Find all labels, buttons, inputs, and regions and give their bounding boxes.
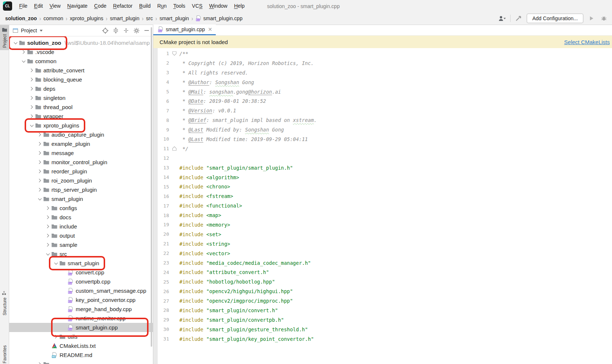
tree-row-custom_smart_message.cpp[interactable]: C++custom_smart_message.cpp (9, 286, 153, 295)
tree-row-blocking_queue[interactable]: blocking_queue (9, 75, 153, 84)
chevron-expanded-icon[interactable] (44, 251, 51, 257)
menu-file[interactable]: File (16, 0, 31, 12)
breadcrumb-item-src[interactable]: src (146, 15, 153, 21)
close-tab-icon[interactable]: ✕ (208, 26, 212, 32)
chevron-expanded-icon[interactable] (36, 196, 43, 202)
tree-row-singleton[interactable]: singleton (9, 93, 153, 102)
tree-row-docs[interactable]: docs (9, 213, 153, 222)
tree-row-key_point_convertor.cpp[interactable]: C++key_point_convertor.cpp (9, 295, 153, 304)
settings-gear-icon[interactable] (133, 28, 140, 34)
chevron-collapsed-icon[interactable] (28, 67, 35, 74)
chevron-collapsed-icon[interactable] (36, 177, 43, 184)
chevron-collapsed-icon[interactable] (28, 86, 35, 92)
chevron-expanded-icon[interactable] (20, 58, 27, 65)
chevron-collapsed-icon[interactable] (44, 242, 51, 248)
tree-row-convertpb.cpp[interactable]: C++convertpb.cpp (9, 277, 153, 286)
editor-tab-smart-plugin-cpp[interactable]: C++ smart_plugin.cpp ✕ (153, 25, 216, 35)
tree-row-runtime_monitor.cpp[interactable]: C++runtime_monitor.cpp (9, 314, 153, 323)
tree-row-include[interactable]: include (9, 222, 153, 231)
run-icon[interactable] (587, 14, 596, 23)
chevron-expanded-icon[interactable] (53, 260, 59, 267)
breadcrumb-item-smart_plugin[interactable]: smart_plugin (110, 15, 139, 21)
chevron-collapsed-icon[interactable] (36, 131, 43, 138)
tree-row-smart_plugin[interactable]: smart_plugin (9, 259, 153, 268)
chevron-collapsed-icon[interactable] (53, 334, 59, 340)
tree-row-common[interactable]: common (9, 57, 153, 66)
chevron-expanded-icon[interactable] (12, 40, 19, 46)
chevron-collapsed-icon[interactable] (28, 113, 35, 120)
tree-row-convert.cpp[interactable]: C++convert.cpp (9, 268, 153, 277)
chevron-collapsed-icon[interactable] (20, 49, 27, 55)
menu-tools[interactable]: Tools (170, 0, 189, 12)
menu-window[interactable]: Window (206, 0, 231, 12)
user-account-icon[interactable] (498, 14, 507, 23)
chevron-collapsed-icon[interactable] (36, 361, 43, 364)
add-configuration-button[interactable]: Add Configuration... (527, 14, 583, 23)
tree-row-roi_zoom_plugin[interactable]: roi_zoom_plugin (9, 176, 153, 185)
tree-row-merge_hand_body.cpp[interactable]: C++merge_hand_body.cpp (9, 304, 153, 314)
tree-row-audio_capture_plugin[interactable]: audio_capture_plugin (9, 130, 153, 139)
tree-row-solution_zoo[interactable]: solution_zoo\\wsl$\Ubuntu-18.04\home\ai\… (9, 38, 153, 47)
chevron-collapsed-icon[interactable] (36, 150, 43, 156)
tree-row-message[interactable]: message (9, 148, 153, 158)
chevron-collapsed-icon[interactable] (36, 159, 43, 166)
select-cmakelists-link[interactable]: Select CMakeLists (564, 39, 610, 45)
tree-row-sample[interactable]: sample (9, 240, 153, 249)
tree-row-wrapper[interactable]: wrapper (9, 112, 153, 121)
code-editor[interactable]: 1/**2 * Copyright (c) 2019, Horizon Robo… (153, 48, 612, 364)
chevron-collapsed-icon[interactable] (44, 223, 51, 230)
tree-row-example_plugin[interactable]: example_plugin (9, 139, 153, 148)
menu-edit[interactable]: Edit (31, 0, 46, 12)
tool-stripe-structure[interactable]: Structure (0, 289, 9, 318)
chevron-collapsed-icon[interactable] (44, 205, 51, 212)
tree-row-smart_plugin.cpp[interactable]: C++smart_plugin.cpp (9, 323, 153, 332)
tree-scrollbar[interactable] (151, 27, 152, 347)
fold-marker-icon[interactable] (169, 146, 179, 151)
tree-row-partial[interactable] (9, 360, 153, 364)
menu-navigate[interactable]: Navigate (64, 0, 91, 12)
chevron-collapsed-icon[interactable] (44, 214, 51, 221)
tree-row-README.md[interactable]: MDREADME.md (9, 350, 153, 360)
tree-row-attribute_convert[interactable]: attribute_convert (9, 66, 153, 75)
chevron-collapsed-icon[interactable] (36, 141, 43, 147)
build-hammer-icon[interactable] (514, 14, 523, 23)
debug-bug-icon[interactable] (600, 14, 608, 23)
breadcrumb-item-solution_zoo[interactable]: solution_zoo (5, 15, 37, 21)
tree-row-smart_plugin[interactable]: smart_plugin (9, 194, 153, 203)
tree-row-deps[interactable]: deps (9, 84, 153, 93)
chevron-collapsed-icon[interactable] (28, 104, 35, 111)
breadcrumb-item-smart_plugin.cpp[interactable]: C++smart_plugin.cpp (196, 15, 243, 21)
tree-row-xproto_plugins[interactable]: xproto_plugins (9, 121, 153, 130)
tool-stripe-project[interactable]: Project (0, 25, 9, 50)
tree-row-rtsp_server_plugin[interactable]: rtsp_server_plugin (9, 185, 153, 194)
tree-row-src[interactable]: src (9, 249, 153, 259)
tree-row-monitor_control_plugin[interactable]: monitor_control_plugin (9, 158, 153, 167)
tree-row-CMakeLists.txt[interactable]: CMakeLists.txt (9, 341, 153, 350)
menu-run[interactable]: Run (154, 0, 170, 12)
collapse-all-icon[interactable] (123, 28, 129, 33)
tree-row-configs[interactable]: configs (9, 203, 153, 213)
tree-row-thread_pool[interactable]: thread_pool (9, 102, 153, 112)
project-view-dropdown-icon[interactable] (40, 30, 43, 32)
tree-row-output[interactable]: output (9, 231, 153, 240)
tree-row-.vscode[interactable]: .vscode (9, 47, 153, 57)
chevron-collapsed-icon[interactable] (28, 95, 35, 101)
fold-marker-icon[interactable] (169, 51, 179, 56)
menu-view[interactable]: View (46, 0, 64, 12)
menu-vcs[interactable]: VCS (189, 0, 206, 12)
chevron-collapsed-icon[interactable] (36, 187, 43, 193)
chevron-collapsed-icon[interactable] (36, 168, 43, 175)
breadcrumb-item-common[interactable]: common (43, 15, 63, 21)
expand-all-icon[interactable] (113, 28, 119, 33)
chevron-expanded-icon[interactable] (28, 122, 35, 129)
chevron-collapsed-icon[interactable] (44, 233, 51, 239)
tool-stripe-favorites[interactable]: Favorites (0, 343, 9, 364)
breadcrumb-item-smart_plugin[interactable]: smart_plugin (160, 15, 189, 21)
breadcrumb-item-xproto_plugins[interactable]: xproto_plugins (70, 15, 103, 21)
chevron-collapsed-icon[interactable] (28, 76, 35, 83)
menu-build[interactable]: Build (136, 0, 154, 12)
menu-refactor[interactable]: Refactor (110, 0, 136, 12)
hide-panel-icon[interactable] (144, 28, 149, 33)
menu-help[interactable]: Help (231, 0, 248, 12)
locate-file-icon[interactable] (102, 28, 108, 34)
